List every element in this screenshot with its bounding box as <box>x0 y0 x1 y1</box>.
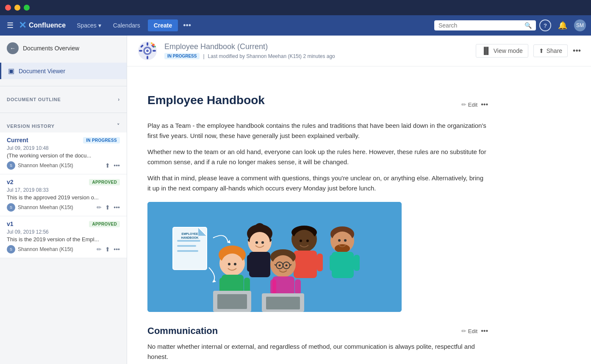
version-actions-v1: ✏ ⬆ ••• <box>97 246 120 253</box>
communication-section-header: Communication ✏ Edit ••• <box>147 325 488 336</box>
svg-rect-78 <box>266 297 300 309</box>
version-user-v2: Shannon Meehan (K15t) <box>18 204 94 210</box>
main-layout: ← Documents Overview ▣ Document Viewer D… <box>0 36 591 364</box>
svg-rect-75 <box>270 279 276 295</box>
version-actions-current: ⬆ ••• <box>105 162 120 169</box>
version-actions-v2: ✏ ⬆ ••• <box>97 204 120 211</box>
confluence-logo[interactable]: ✕ Confluence <box>19 20 66 31</box>
edit-icon-v2[interactable]: ✏ <box>97 204 102 211</box>
share-button[interactable]: ⬆ Share <box>533 44 568 57</box>
edit-button-communication[interactable]: ✏ Edit <box>461 328 477 334</box>
version-item-current: Current IN PROGRESS Jul 09, 2019 10:48 (… <box>0 132 127 174</box>
handbook-image: EMPLOYEE HANDBOOK <box>147 202 402 312</box>
paragraph-3: With that in mind, please leave a commen… <box>147 173 488 193</box>
svg-point-11 <box>151 42 153 44</box>
share-icon: ⬆ <box>539 47 544 54</box>
version-date-v1: Jul 09, 2019 12:56 <box>7 229 120 235</box>
header-more-icon[interactable]: ••• <box>573 47 581 55</box>
version-desc-current: (The working version of the docu... <box>7 152 120 159</box>
svg-point-29 <box>250 232 270 252</box>
svg-point-38 <box>300 240 302 242</box>
logo-text: Confluence <box>29 22 66 29</box>
traffic-light-red[interactable] <box>5 5 11 11</box>
version-footer-v2: S Shannon Meehan (K15t) ✏ ⬆ ••• <box>7 203 120 212</box>
svg-rect-3 <box>147 56 148 59</box>
search-input[interactable] <box>438 22 522 29</box>
traffic-light-green[interactable] <box>24 5 30 11</box>
version-date-current: Jul 09, 2019 10:48 <box>7 145 120 151</box>
sidebar-divider-2 <box>0 113 127 113</box>
view-mode-button[interactable]: ▐▌ View mode <box>476 44 528 58</box>
title-bar <box>0 0 591 15</box>
version-label-v2[interactable]: v2 <box>7 179 14 185</box>
page-title-header: Employee Handbook (Current) <box>164 42 469 51</box>
share-icon-current[interactable]: ⬆ <box>105 162 110 169</box>
page-header-icon <box>137 41 158 61</box>
svg-point-47 <box>338 239 341 242</box>
help-icon[interactable]: ? <box>539 19 551 31</box>
svg-rect-63 <box>217 294 247 309</box>
traffic-light-yellow[interactable] <box>14 5 20 11</box>
version-label-v1[interactable]: v1 <box>7 221 14 227</box>
version-user-current: Shannon Meehan (K15t) <box>18 163 103 168</box>
share-icon-v2[interactable]: ⬆ <box>105 204 110 211</box>
sidebar-item-label: Document Viewer <box>19 68 65 74</box>
svg-point-10 <box>152 44 155 46</box>
version-desc-v1: This is the 2019 version of the Empl... <box>7 236 120 243</box>
nav-more-icon[interactable]: ••• <box>181 19 193 32</box>
more-icon-v1[interactable]: ••• <box>114 246 120 253</box>
version-header-v2: v2 APPROVED <box>7 179 120 185</box>
page-header-meta: IN PROGRESS | Last modified by Shannon M… <box>164 53 469 59</box>
version-date-v2: Jul 17, 2019 08:33 <box>7 187 120 193</box>
meta-separator: | <box>203 53 204 59</box>
version-label-current[interactable]: Current <box>7 137 28 143</box>
back-button[interactable]: ← Documents Overview <box>0 36 127 61</box>
document-outline-section[interactable]: DOCUMENT OUTLINE › <box>0 93 127 106</box>
version-footer-current: S Shannon Meehan (K15t) ⬆ ••• <box>7 161 120 170</box>
version-item-v1: v1 APPROVED Jul 09, 2019 12:56 This is t… <box>0 216 127 258</box>
content-area: Employee Handbook (Current) IN PROGRESS … <box>127 36 591 364</box>
nav-calendars[interactable]: Calendars <box>109 20 144 30</box>
version-header-current: Current IN PROGRESS <box>7 137 120 143</box>
svg-rect-33 <box>247 255 253 272</box>
sidebar-item-document-viewer[interactable]: ▣ Document Viewer <box>0 63 127 79</box>
edit-icon-v1[interactable]: ✏ <box>97 246 102 253</box>
svg-point-37 <box>293 230 315 252</box>
pencil-icon-comm: ✏ <box>461 328 466 334</box>
navbar: ☰ ✕ Confluence Spaces ▾ Calendars Create… <box>0 15 591 36</box>
svg-rect-51 <box>354 255 360 271</box>
nav-spaces[interactable]: Spaces ▾ <box>72 20 105 30</box>
communication-content-actions: ✏ Edit ••• <box>461 327 488 335</box>
svg-point-56 <box>221 254 243 276</box>
svg-point-57 <box>228 263 230 265</box>
version-footer-v1: S Shannon Meehan (K15t) ✏ ⬆ ••• <box>7 245 120 254</box>
svg-point-31 <box>261 241 264 244</box>
svg-text:EMPLOYEE: EMPLOYEE <box>182 232 198 235</box>
create-button[interactable]: Create <box>148 19 178 31</box>
user-avatar[interactable]: SM <box>574 19 586 31</box>
badge-approved-v2: APPROVED <box>89 179 120 185</box>
svg-point-28 <box>255 223 265 233</box>
svg-point-58 <box>234 263 236 265</box>
svg-rect-42 <box>317 254 323 271</box>
chevron-right-icon: › <box>118 97 120 102</box>
notifications-icon[interactable]: 🔔 <box>555 19 571 32</box>
more-icon-current[interactable]: ••• <box>114 162 120 169</box>
edit-button-main[interactable]: ✏ Edit <box>461 101 477 108</box>
version-avatar-current: S <box>7 161 15 170</box>
page-main-title: Employee Handbook <box>147 94 265 107</box>
svg-rect-61 <box>244 278 250 293</box>
menu-icon[interactable]: ☰ <box>5 19 15 32</box>
svg-point-46 <box>335 244 350 253</box>
main-section-header: Employee Handbook ✏ Edit ••• <box>147 94 488 116</box>
version-history-section[interactable]: VERSION HISTORY ˅ <box>0 120 127 132</box>
chevron-down-icon: ˅ <box>117 123 120 129</box>
more-options-main[interactable]: ••• <box>481 101 488 108</box>
communication-title: Communication <box>147 325 218 336</box>
svg-point-39 <box>306 240 309 242</box>
header-badge: IN PROGRESS <box>164 53 200 59</box>
svg-point-12 <box>154 46 156 47</box>
more-icon-v2[interactable]: ••• <box>114 204 120 211</box>
more-options-comm[interactable]: ••• <box>481 327 488 335</box>
share-icon-v1[interactable]: ⬆ <box>105 246 110 253</box>
